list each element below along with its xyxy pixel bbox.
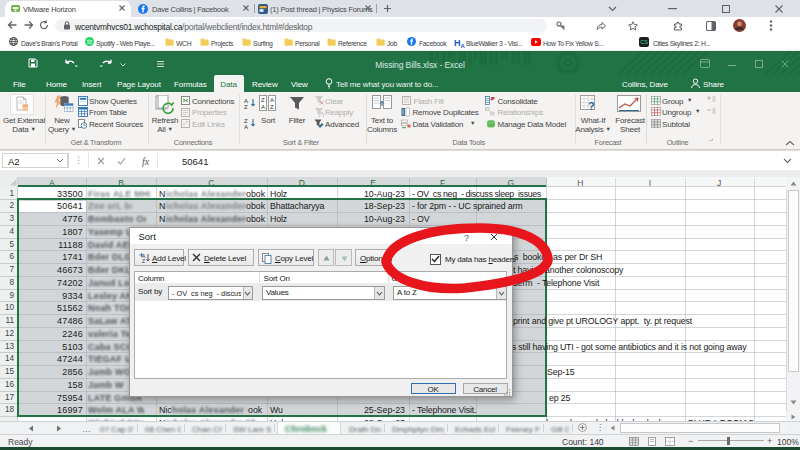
svg-text:?: ? <box>588 100 595 111</box>
svg-text:CS: CS <box>640 39 648 45</box>
svg-text:A: A <box>270 97 274 103</box>
svg-text:Z: Z <box>244 104 248 109</box>
svg-text:Z: Z <box>142 258 145 263</box>
svg-text:fx: fx <box>142 156 150 167</box>
svg-text:A: A <box>261 104 265 110</box>
svg-text:Z: Z <box>261 97 265 103</box>
svg-text:A: A <box>244 124 248 129</box>
svg-text:Z: Z <box>270 104 274 110</box>
